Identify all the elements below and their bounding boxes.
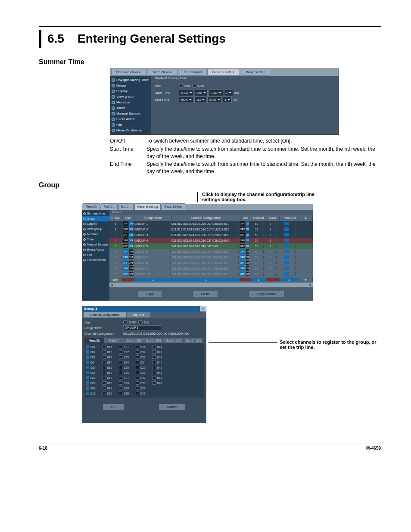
channel-checkbox[interactable]: 005 [86, 365, 96, 370]
gs-view-group[interactable]: View group [82, 227, 109, 232]
grid-row[interactable]: 5OFFONGROUP 5041.042.043.044.045.046.047… [109, 243, 313, 249]
tab-measure-channel[interactable]: Measure channel [111, 69, 147, 76]
gs-summer-time[interactable]: Summer time [82, 211, 109, 216]
channel-checkbox[interactable]: 017 [103, 376, 112, 380]
radio-on[interactable] [138, 320, 143, 324]
gs-manual-sample[interactable]: Manual Sample [82, 242, 109, 247]
grid-row[interactable]: 8OFFONGROUP 8001.002.003.004.005.006.007… [109, 260, 313, 266]
side-menu-customize[interactable]: Menu Customize [110, 128, 151, 133]
grid-row[interactable]: 3OFFONGROUP 3021.022.023.024.025.026.027… [109, 232, 313, 238]
side-file[interactable]: File [110, 122, 151, 128]
grid-row[interactable]: 1OFFONGROUP 1001.002.003.004.005.006.007… [109, 221, 313, 227]
tab-measch[interactable]: MeasCh [83, 203, 100, 210]
tab-basic-setting[interactable]: Basic setting [241, 69, 270, 76]
copy-details-button[interactable]: Copy Details [249, 291, 284, 297]
channel-checkbox[interactable]: 029 [119, 386, 129, 391]
channel-checkbox[interactable]: 007 [86, 376, 96, 380]
channel-checkbox[interactable]: 033 [136, 355, 146, 360]
channel-checkbox[interactable]: 019 [103, 386, 112, 391]
channel-checkbox[interactable]: 046 [153, 370, 162, 375]
right-arrow-icon[interactable]: → [271, 278, 274, 281]
channel-checkbox[interactable]: 020 [103, 391, 112, 396]
cancel-button[interactable]: Cancel [159, 404, 186, 410]
grid-row[interactable]: 9OFFONGROUP 9001.002.003.004.005.006.007… [109, 266, 313, 271]
channel-checkbox[interactable]: 012 [103, 350, 112, 355]
end-hour-select[interactable]: 1 [223, 96, 232, 103]
side-message[interactable]: Message [110, 100, 151, 105]
channel-checkbox[interactable]: 001 [86, 345, 96, 349]
close-icon[interactable]: × [200, 306, 206, 311]
scroll-down-icon[interactable]: ▼ [304, 278, 307, 281]
tab-math-channel[interactable]: Math channel [148, 69, 178, 76]
channel-checkbox[interactable]: 016 [103, 370, 112, 375]
start-day-select[interactable]: SUN [209, 90, 223, 96]
channel-checkbox[interactable]: 037 [136, 376, 146, 380]
tab-mathch[interactable]: MathCh [101, 203, 118, 210]
radio-use[interactable] [192, 84, 196, 88]
channel-checkbox[interactable]: 002 [86, 350, 96, 355]
side-daylight-saving-time[interactable]: Daylight Saving Time [110, 77, 151, 83]
start-month-select[interactable]: MAR [179, 90, 194, 96]
tab-basic-setting2[interactable]: Basic Setting [162, 203, 185, 210]
dlg-tab-trip-line[interactable]: Trip Line [127, 312, 150, 317]
chtab-ext301[interactable]: Ext Ch 301 [144, 338, 164, 343]
scroll-left-icon[interactable]: ◄ [109, 283, 114, 287]
grid-row[interactable]: 4OFFONGROUP 4031.032.033.034.035.036.037… [109, 238, 313, 243]
radio-not[interactable] [179, 84, 183, 88]
channel-checkbox[interactable]: 008 [86, 381, 96, 386]
end-month-select[interactable]: NOV [179, 96, 193, 103]
radio-off[interactable] [123, 320, 128, 324]
chtab-mathch[interactable]: MathCh [104, 338, 124, 343]
end-day-select[interactable]: SUN [207, 96, 222, 103]
gs-group[interactable]: Group [82, 216, 109, 221]
chtab-ext201[interactable]: Ext Ch 201 [124, 338, 144, 343]
channel-checkbox[interactable]: 036 [136, 370, 146, 375]
ok-button[interactable]: OK [103, 404, 124, 410]
channel-checkbox[interactable]: 038 [136, 381, 146, 386]
channel-checkbox[interactable]: 010 [86, 391, 96, 396]
channel-checkbox[interactable]: 006 [86, 370, 96, 375]
channel-checkbox[interactable]: 043 [153, 355, 162, 360]
channel-checkbox[interactable]: 013 [103, 355, 112, 360]
channel-checkbox[interactable]: 039 [136, 386, 146, 391]
grid-row[interactable]: 7OFFONGROUP 7001.002.003.004.005.006.007… [109, 255, 313, 260]
channel-checkbox[interactable]: 011 [103, 345, 112, 349]
gs-timer[interactable]: Timer [82, 237, 109, 242]
channel-checkbox[interactable]: 048 [153, 381, 162, 386]
side-view-group[interactable]: View group [110, 94, 151, 100]
gs-message[interactable]: Message [82, 232, 109, 237]
channel-checkbox[interactable]: 021 [119, 345, 129, 349]
channel-checkbox[interactable]: 047 [153, 376, 162, 380]
channel-checkbox[interactable]: 025 [119, 365, 129, 370]
channel-checkbox[interactable]: 027 [119, 376, 129, 380]
channel-checkbox[interactable]: 009 [86, 386, 96, 391]
copy-button[interactable]: Copy [138, 291, 162, 297]
tab-general-setting[interactable]: General setting [207, 69, 240, 76]
channel-checkbox[interactable]: 035 [136, 365, 146, 370]
chtab-ext381[interactable]: Ext Ch 381 [184, 338, 204, 343]
gs-event-action[interactable]: Event Action [82, 247, 109, 252]
side-event-action[interactable]: Event Action [110, 116, 151, 122]
chtab-ext321[interactable]: Ext Ch 321 [164, 338, 184, 343]
side-manual-sample[interactable]: Manual Sample [110, 111, 151, 116]
tab-extch[interactable]: Ext Ch [118, 203, 134, 210]
grid-row[interactable]: 10OFFONGROUP 10001.002.003.004.005.006.0… [109, 271, 313, 277]
channel-checkbox[interactable]: 040 [136, 391, 146, 396]
left-arrow-icon[interactable]: ← [244, 278, 247, 281]
end-week-select[interactable]: 1st [194, 96, 206, 103]
scroll-up-icon[interactable]: ▲ [304, 216, 307, 219]
channel-checkbox[interactable]: 032 [136, 350, 146, 355]
gs-custom-menu[interactable]: Custom menu [82, 258, 109, 263]
tab-ext-channel[interactable]: Ext channel [179, 69, 206, 76]
channel-checkbox[interactable]: 022 [119, 350, 129, 355]
paste-button[interactable]: Paste [193, 291, 218, 297]
channel-checkbox[interactable]: 045 [153, 365, 162, 370]
channel-checkbox[interactable]: 023 [119, 355, 129, 360]
channel-checkbox[interactable]: 004 [86, 360, 96, 365]
start-hour-select[interactable]: 2 [224, 90, 233, 96]
channel-checkbox[interactable]: 028 [119, 381, 129, 386]
channel-checkbox[interactable]: 031 [136, 345, 146, 349]
dlg-tab-channel-config[interactable]: Channel Configuration [84, 312, 126, 317]
channel-checkbox[interactable]: 030 [119, 391, 129, 396]
gs-display[interactable]: Display [82, 221, 109, 227]
